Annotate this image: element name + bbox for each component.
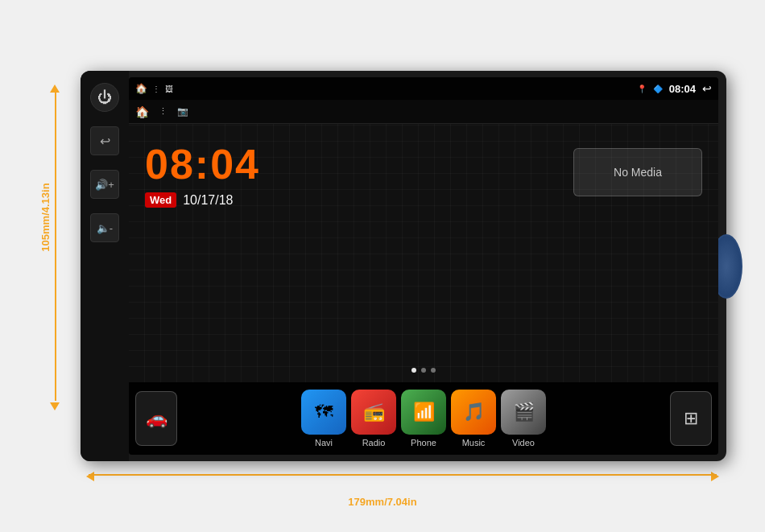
nav-photo-icon[interactable]: 📷: [177, 106, 188, 117]
display-screen: 🏠 ⋮ 🖼 📍 🔷 08:04 ↩ 🏠 ⋮ 📷: [129, 77, 718, 455]
app-video[interactable]: 🎬 Video: [501, 390, 546, 447]
dot-3: [431, 368, 436, 373]
car-icon: 🚗: [146, 408, 167, 429]
no-media-label: No Media: [614, 166, 662, 179]
h-arrow-right: [711, 472, 719, 481]
h-arrow-left: [86, 472, 94, 481]
app-bar: 🚗 🗺 Navi 📻 Radio: [129, 382, 718, 455]
app-navi[interactable]: 🗺 Navi: [301, 390, 346, 447]
dot-1: [411, 368, 416, 373]
status-back-icon: ↩: [702, 82, 712, 95]
apps-menu-button[interactable]: ⊞: [670, 391, 712, 446]
radio-symbol: 📻: [363, 402, 385, 423]
dot-2: [421, 368, 426, 373]
main-content-area: 08:04 Wed 10/17/18 No Media: [129, 124, 718, 382]
navi-symbol: 🗺: [315, 402, 333, 423]
status-time: 08:04: [669, 83, 696, 95]
v-dim-line: [55, 87, 56, 401]
nav-menu-icon[interactable]: ⋮: [159, 106, 167, 117]
status-bar-right: 📍 🔷 08:04 ↩: [637, 82, 712, 95]
app-radio[interactable]: 📻 Radio: [351, 390, 396, 447]
day-badge: Wed: [145, 192, 176, 208]
volume-up-button[interactable]: 🔊+: [90, 170, 119, 199]
navi-label: Navi: [315, 438, 333, 447]
v-arrow-bottom: [50, 402, 60, 410]
volume-down-button[interactable]: 🔈-: [90, 213, 119, 242]
car-stereo-device: ⏻ ↩ 🔊+ 🔈- 🏠 ⋮ 🖼 📍 🔷 08:04: [81, 71, 726, 461]
video-icon: 🎬: [501, 390, 546, 435]
power-button[interactable]: ⏻: [90, 83, 119, 112]
radio-icon: 📻: [351, 390, 396, 435]
no-media-widget: No Media: [573, 148, 702, 196]
home-app-button[interactable]: 🚗: [135, 391, 177, 446]
bluetooth-icon: 🔷: [653, 85, 663, 93]
image-status-icon: 🖼: [165, 85, 173, 93]
page-indicator: [411, 368, 436, 373]
left-panel: ⏻ ↩ 🔊+ 🔈-: [81, 71, 129, 461]
status-bar: 🏠 ⋮ 🖼 📍 🔷 08:04 ↩: [129, 77, 718, 100]
app-phone[interactable]: 📶 Phone: [401, 390, 446, 447]
nav-home-icon[interactable]: 🏠: [135, 105, 149, 118]
back-button[interactable]: ↩: [90, 126, 119, 155]
music-label: Music: [462, 438, 486, 447]
clock-time-display: 08:04: [145, 140, 260, 188]
phone-label: Phone: [411, 438, 436, 447]
phone-icon: 📶: [401, 390, 446, 435]
scene: 105mm/4.13in 179mm/7.04in MIC RST ⏻ ↩ 🔊+…: [0, 0, 765, 532]
clock-date-display: Wed 10/17/18: [145, 192, 260, 208]
menu-status-icon: ⋮: [152, 85, 160, 93]
phone-symbol: 📶: [413, 402, 435, 423]
status-icons-left: 🏠 ⋮ 🖼: [135, 83, 173, 94]
vertical-dimension-label: 105mm/4.13in: [39, 183, 52, 251]
app-icons-grid: 🗺 Navi 📻 Radio 📶 Phone: [180, 390, 667, 447]
location-icon: 📍: [637, 85, 647, 93]
horizontal-dimension-label: 179mm/7.04in: [348, 496, 416, 508]
music-symbol: 🎵: [463, 402, 485, 423]
video-label: Video: [512, 438, 535, 447]
grid-icon: ⊞: [684, 408, 698, 429]
clock-widget: 08:04 Wed 10/17/18: [145, 140, 260, 208]
music-icon: 🎵: [451, 390, 496, 435]
video-symbol: 🎬: [513, 402, 535, 423]
top-nav-bar: 🏠 ⋮ 📷: [129, 100, 718, 124]
app-music[interactable]: 🎵 Music: [451, 390, 496, 447]
h-dim-line: [89, 474, 717, 476]
date-text: 10/17/18: [183, 193, 233, 208]
radio-label: Radio: [362, 438, 386, 447]
navi-icon: 🗺: [301, 390, 346, 435]
home-status-icon: 🏠: [135, 83, 147, 94]
